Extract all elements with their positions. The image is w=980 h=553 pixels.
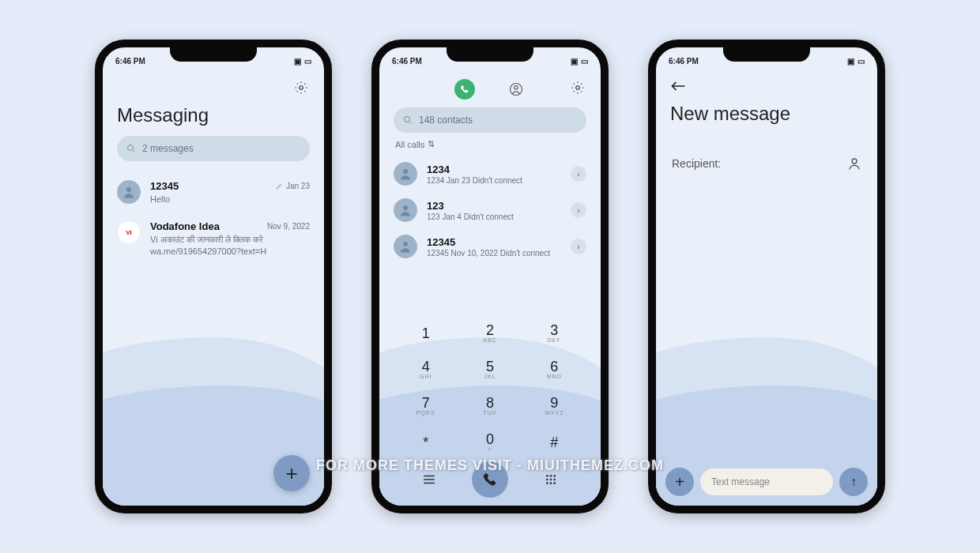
call-detail-button[interactable]: › [571,239,586,254]
page-title: Messaging [117,104,310,126]
sender-name: Vodafone Idea [150,220,220,232]
watermark: FOR MORE THEMES VISIT - MIUITHEMEZ.COM [316,457,664,474]
person-icon [122,185,136,199]
search-placeholder: 2 messages [142,143,194,154]
message-item[interactable]: VI Vodafone Idea Nov 9, 2022 Vi अकाउंट क… [117,213,310,265]
arrow-left-icon [670,81,686,92]
status-bar: 6:46 PM ▣▭ [379,47,601,70]
avatar [394,162,417,186]
battery-icon: ▭ [304,57,311,66]
status-bar: 6:46 PM ▣ ▭ [103,47,324,70]
message-input[interactable]: Text message [700,468,833,495]
search-icon [126,144,136,153]
svg-point-0 [300,86,303,90]
message-preview: Vi अकाउंट की जानकारी ले क्लिक करे wa.me/… [150,234,310,257]
call-log-item[interactable]: 1234 1234 Jan 23 Didn't connect › [394,156,586,192]
chevron-right-icon: › [577,243,579,251]
input-placeholder: Text message [711,476,770,487]
call-log-item[interactable]: 12345 12345 Nov 10, 2022 Didn't connect … [394,228,586,265]
svg-point-19 [852,159,857,164]
svg-point-9 [403,242,408,246]
avatar [117,180,141,204]
svg-point-6 [405,117,410,122]
gear-icon [294,81,308,95]
filter-dropdown[interactable]: All calls ⇅ [394,133,586,156]
call-detail: 1234 Jan 23 Didn't connect [427,176,561,185]
message-date: Nov 9, 2022 [267,222,310,231]
message-preview: Hello [150,194,310,205]
call-name: 12345 [427,236,561,248]
camera-icon: ▣ [294,57,301,66]
chevron-right-icon: › [577,170,579,179]
gear-icon [571,81,585,95]
clock: 6:46 PM [115,57,145,66]
add-contact-button[interactable] [847,156,861,171]
call-name: 123 [427,200,561,212]
call-detail: 123 Jan 4 Didn't connect [427,213,561,221]
call-name: 1234 [427,164,561,175]
avatar [394,198,417,222]
page-title: New message [670,103,863,125]
person-icon [398,167,413,181]
phone-dialer: 6:46 PM ▣▭ 148 contacts All calls [371,40,609,514]
tab-phone[interactable] [454,79,475,100]
person-icon [398,203,413,217]
svg-point-2 [126,187,131,192]
sender-name: 12345 [150,180,179,192]
settings-button[interactable] [292,79,310,96]
svg-point-8 [403,205,408,210]
attach-button[interactable]: + [665,468,694,496]
contact-icon [509,82,523,96]
call-detail: 12345 Nov 10, 2022 Didn't connect [427,249,561,258]
status-bar: 6:46 PM ▣▭ [656,47,877,70]
settings-button[interactable] [569,79,586,96]
clock: 6:46 PM [392,57,422,66]
search-placeholder: 148 contacts [419,115,473,126]
plus-icon: + [675,473,684,491]
phone-new-message: 6:46 PM ▣▭ New message Recipient: + Text… [648,40,885,514]
phone-icon [460,85,469,94]
chevron-icon: ⇅ [428,139,435,149]
person-icon [398,239,413,254]
person-icon [847,156,861,171]
send-button[interactable]: ↑ [839,468,868,496]
avatar [394,235,417,258]
svg-point-5 [576,86,580,90]
tab-contacts[interactable] [507,80,526,99]
avatar: VI [117,220,141,244]
back-button[interactable] [670,81,863,92]
arrow-up-icon: ↑ [850,475,857,489]
clock: 6:46 PM [669,57,699,66]
svg-point-1 [128,145,134,151]
phone-messaging: 6:46 PM ▣ ▭ Messaging 2 messages [95,40,332,514]
call-log-item[interactable]: 123 123 Jan 4 Didn't connect › [394,192,586,228]
recipient-label: Recipient: [672,157,721,170]
pencil-icon [276,182,283,190]
search-input[interactable]: 2 messages [117,136,310,161]
search-icon [403,115,413,125]
call-detail-button[interactable]: › [571,166,586,182]
message-date: Jan 23 [276,182,310,190]
search-input[interactable]: 148 contacts [394,107,586,133]
message-item[interactable]: 12345 Jan 23 Hello [117,172,310,213]
chevron-right-icon: › [577,206,579,215]
svg-point-7 [403,169,408,174]
call-detail-button[interactable]: › [571,202,586,218]
svg-point-4 [514,86,518,90]
